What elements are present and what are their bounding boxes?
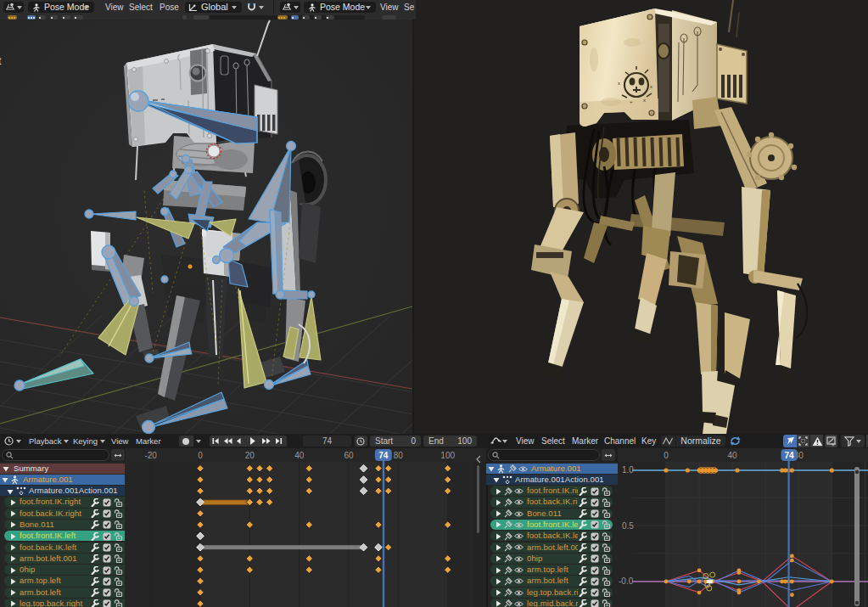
- svg-text:20: 20: [245, 451, 255, 460]
- svg-text:74: 74: [378, 451, 389, 460]
- svg-text:40: 40: [728, 451, 738, 460]
- svg-text:74: 74: [784, 451, 794, 460]
- svg-text:x: x: [650, 84, 652, 89]
- svg-text:-0.0: -0.0: [619, 576, 634, 586]
- svg-text:x: x: [618, 81, 620, 86]
- svg-text:0: 0: [198, 451, 203, 460]
- svg-text:40: 40: [294, 451, 305, 460]
- svg-text:0.5: 0.5: [622, 521, 634, 531]
- svg-text:+: +: [630, 99, 633, 104]
- svg-text:60: 60: [344, 451, 354, 460]
- svg-text:-20: -20: [144, 451, 157, 460]
- svg-text:0: 0: [664, 451, 669, 460]
- svg-text:x: x: [643, 98, 646, 103]
- svg-text:80: 80: [394, 451, 404, 460]
- svg-text:100: 100: [440, 451, 455, 460]
